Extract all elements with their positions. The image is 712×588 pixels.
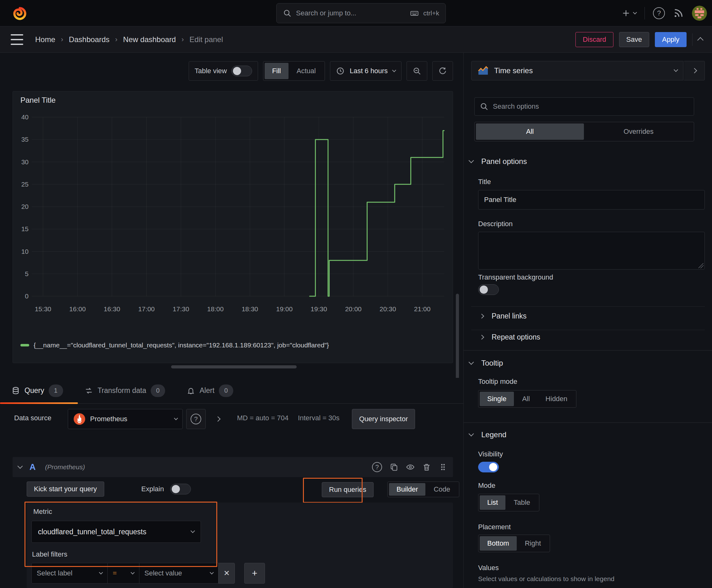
legend-visibility-toggle[interactable] xyxy=(478,462,499,472)
breadcrumb-separator: › xyxy=(181,36,184,44)
query-inspector-button[interactable]: Query inspector xyxy=(352,409,415,429)
tooltip-section[interactable]: Tooltip xyxy=(469,359,503,368)
legend-list-option[interactable]: List xyxy=(480,495,505,510)
duplicate-icon[interactable] xyxy=(390,463,398,471)
svg-text:18:00: 18:00 xyxy=(207,305,224,313)
breadcrumb-home[interactable]: Home xyxy=(35,35,55,44)
query-row-header[interactable]: A (Prometheus) ? xyxy=(13,457,453,477)
operator-value: = xyxy=(113,569,127,577)
chevron-down-icon xyxy=(469,431,474,437)
add-menu-button[interactable] xyxy=(622,9,637,18)
svg-text:19:30: 19:30 xyxy=(310,305,327,313)
svg-text:16:30: 16:30 xyxy=(104,305,120,313)
visualization-picker[interactable]: Time series xyxy=(471,61,684,80)
zoom-out-button[interactable] xyxy=(407,61,427,81)
options-search[interactable] xyxy=(474,97,694,115)
fill-option[interactable]: Fill xyxy=(265,63,288,79)
time-range-picker[interactable]: Last 6 hours xyxy=(330,61,402,81)
tooltip-all-option[interactable]: All xyxy=(515,392,537,406)
query-editor: Metric cloudflared_tunnel_total_requests… xyxy=(27,503,453,588)
pane-resize-handle[interactable] xyxy=(171,365,297,369)
tab-transform[interactable]: Transform data 0 xyxy=(76,378,173,404)
tab-query[interactable]: Query 1 xyxy=(0,378,71,404)
tab-alert[interactable]: Alert 0 xyxy=(178,378,241,404)
svg-text:0: 0 xyxy=(25,292,28,300)
drag-handle-icon[interactable] xyxy=(438,463,447,471)
panel-links-heading: Panel links xyxy=(492,312,526,320)
metric-select[interactable]: cloudflared_tunnel_total_requests xyxy=(31,521,201,543)
datasource-help-button[interactable]: ? xyxy=(186,409,206,429)
builder-code-switch: Builder Code xyxy=(387,482,459,497)
svg-text:17:30: 17:30 xyxy=(173,305,189,313)
sidebar-collapse-button[interactable] xyxy=(684,61,705,80)
query-help-icon[interactable]: ? xyxy=(372,462,382,472)
legend-table-option[interactable]: Table xyxy=(506,495,538,510)
apply-button[interactable]: Apply xyxy=(655,32,687,47)
help-icon[interactable]: ? xyxy=(653,7,665,19)
chevron-right-icon[interactable] xyxy=(215,417,221,422)
operator-dropdown[interactable]: = xyxy=(108,563,139,584)
legend-section[interactable]: Legend xyxy=(469,430,506,439)
remove-filter-button[interactable]: ✕ xyxy=(218,563,235,584)
datasource-picker[interactable]: Prometheus xyxy=(68,409,183,429)
metric-value: cloudflared_tunnel_total_requests xyxy=(38,528,186,536)
global-search[interactable]: ctrl+k xyxy=(276,3,446,23)
menu-toggle-icon[interactable] xyxy=(11,34,23,45)
tooltip-single-option[interactable]: Single xyxy=(480,392,514,406)
breadcrumb-new-dashboard[interactable]: New dashboard xyxy=(123,35,176,44)
svg-text:30: 30 xyxy=(21,158,28,166)
collapse-query-icon[interactable] xyxy=(18,464,23,469)
news-rss-icon[interactable] xyxy=(673,8,684,19)
chevron-down-icon xyxy=(131,570,135,574)
breadcrumb-separator: › xyxy=(115,36,117,44)
repeat-options-section[interactable]: Repeat options xyxy=(480,333,540,341)
collapse-header-icon[interactable] xyxy=(697,37,704,43)
refresh-button[interactable] xyxy=(432,61,453,81)
legend-mode-switch: List Table xyxy=(478,494,539,511)
query-stats: MD = auto = 704 Interval = 30s xyxy=(237,414,340,422)
tab-overrides[interactable]: Overrides xyxy=(585,123,693,140)
run-queries-button[interactable]: Run queries xyxy=(322,482,373,497)
actual-option[interactable]: Actual xyxy=(289,63,323,79)
resize-corner-icon[interactable] xyxy=(698,263,704,268)
description-textarea[interactable] xyxy=(478,232,705,270)
select-label-dropdown[interactable]: Select label xyxy=(31,563,108,584)
options-search-input[interactable] xyxy=(493,102,689,110)
save-button[interactable]: Save xyxy=(619,32,649,47)
user-avatar[interactable] xyxy=(692,6,707,21)
discard-button[interactable]: Discard xyxy=(576,32,613,47)
chart-legend-item[interactable]: {__name__="cloudflared_tunnel_total_requ… xyxy=(20,341,329,349)
tooltip-hidden-option[interactable]: Hidden xyxy=(538,392,575,406)
chevron-down-icon xyxy=(674,67,678,72)
tab-all[interactable]: All xyxy=(476,123,584,140)
tooltip-mode-switch: Single All Hidden xyxy=(478,390,576,408)
panel-options-section[interactable]: Panel options xyxy=(469,157,527,166)
grafana-logo-icon[interactable] xyxy=(12,6,28,21)
placement-bottom-option[interactable]: Bottom xyxy=(480,536,517,551)
search-input[interactable] xyxy=(296,9,406,17)
code-option[interactable]: Code xyxy=(426,483,458,496)
placement-right-option[interactable]: Right xyxy=(517,536,548,551)
query-ref-id: A xyxy=(29,462,36,472)
svg-text:15: 15 xyxy=(21,225,28,232)
panel-title-input[interactable] xyxy=(478,190,705,210)
visualization-name: Time series xyxy=(494,66,669,75)
select-value-dropdown[interactable]: Select value xyxy=(139,563,218,584)
vertical-scrollbar[interactable] xyxy=(456,294,459,390)
hide-response-eye-icon[interactable] xyxy=(406,463,415,471)
trash-icon[interactable] xyxy=(422,463,431,471)
builder-option[interactable]: Builder xyxy=(389,483,425,496)
legend-values-hint: Select values or calculations to show in… xyxy=(478,575,614,583)
add-filter-button[interactable]: + xyxy=(244,563,265,584)
tab-alert-label: Alert xyxy=(200,386,214,395)
panel-links-section[interactable]: Panel links xyxy=(480,312,526,320)
explain-toggle[interactable] xyxy=(170,484,191,495)
chevron-down-icon xyxy=(469,360,474,365)
transparent-background-toggle[interactable] xyxy=(478,284,499,295)
table-view-toggle[interactable] xyxy=(231,66,252,76)
breadcrumb-dashboards[interactable]: Dashboards xyxy=(69,35,109,44)
panel-options-heading: Panel options xyxy=(481,157,527,166)
chevron-right-icon xyxy=(479,314,484,319)
description-field-wrap xyxy=(478,232,705,270)
kick-start-query-button[interactable]: Kick start your query xyxy=(27,482,104,497)
